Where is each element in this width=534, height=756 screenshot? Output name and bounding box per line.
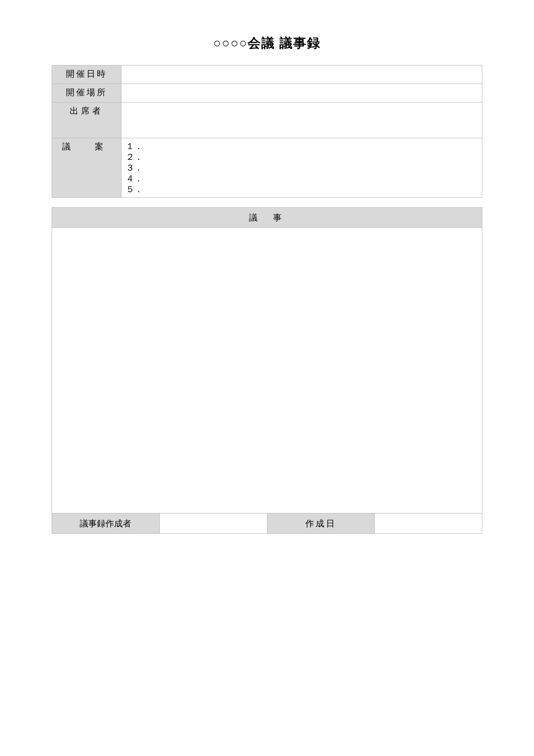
agenda-value: １． ２． ３． ４． ５． bbox=[121, 138, 482, 198]
proceedings-header: 議 事 bbox=[52, 208, 482, 228]
date-label: 開催日時 bbox=[52, 65, 121, 84]
info-table: 開催日時 開催場所 出席者 議 案 １． ２． ３． ４． ５． bbox=[52, 65, 482, 198]
agenda-item: ２． bbox=[126, 152, 478, 162]
created-value bbox=[375, 513, 482, 534]
agenda-item: ４． bbox=[126, 173, 478, 184]
document-title: ○○○○会議 議事録 bbox=[52, 34, 482, 52]
attendees-label: 出席者 bbox=[52, 103, 121, 138]
attendees-value bbox=[121, 103, 482, 138]
proceedings-table: 議 事 議事録作成者 作成日 bbox=[52, 207, 482, 534]
created-label: 作成日 bbox=[267, 513, 375, 534]
author-value bbox=[159, 513, 267, 534]
agenda-item: ３． bbox=[126, 162, 478, 173]
agenda-item: １． bbox=[126, 141, 478, 152]
date-value bbox=[121, 65, 482, 84]
proceedings-body bbox=[52, 228, 482, 513]
place-value bbox=[121, 84, 482, 103]
agenda-label: 議 案 bbox=[52, 138, 121, 198]
agenda-item: ５． bbox=[126, 184, 478, 195]
place-label: 開催場所 bbox=[52, 84, 121, 103]
author-label: 議事録作成者 bbox=[52, 513, 160, 534]
